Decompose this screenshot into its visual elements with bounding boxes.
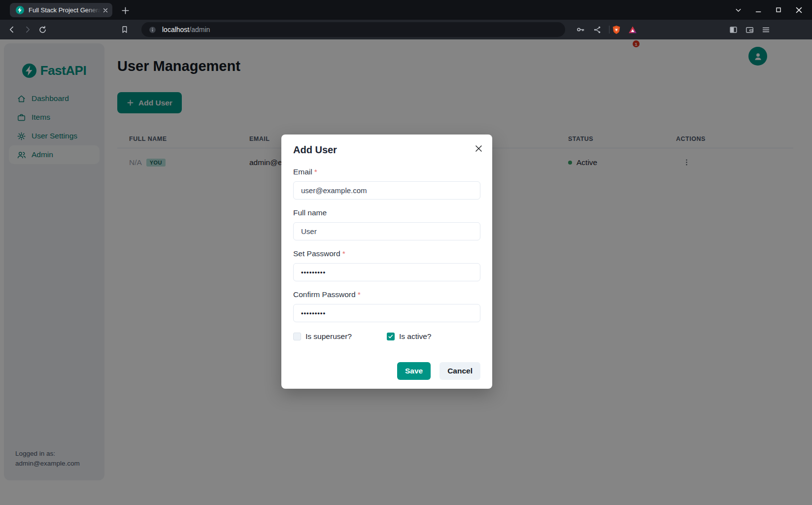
window-close-icon[interactable] [792,3,805,16]
minimize-icon[interactable] [752,3,765,16]
confirm-password-field-group: Confirm Password* [293,290,480,322]
back-icon[interactable] [7,25,17,34]
full-name-label: Full name [293,208,480,217]
close-icon[interactable] [471,141,486,156]
email-field-group: Email* [293,168,480,200]
full-name-field-group: Full name [293,208,480,240]
full-name-field[interactable] [293,222,480,240]
info-icon[interactable] [148,26,157,34]
rewards-triangle-icon[interactable] [628,25,638,34]
email-field[interactable] [293,181,480,200]
browser-tab-bar: Full Stack Project Genera [0,0,812,20]
tab-title: Full Stack Project Genera [29,6,101,14]
required-marker: * [314,168,317,176]
checkbox-checked-icon [387,333,395,340]
toolbar-separator [609,26,609,34]
required-marker: * [342,249,345,258]
checkbox-unchecked-icon [293,333,301,340]
cancel-button[interactable]: Cancel [440,362,480,380]
menu-icon[interactable] [761,25,771,34]
tab-close-icon[interactable] [102,7,108,13]
is-active-checkbox[interactable]: Is active? [387,332,480,341]
set-password-label: Set Password* [293,249,480,258]
reload-icon[interactable] [37,25,47,34]
email-label: Email* [293,168,480,176]
share-icon[interactable] [592,25,602,34]
tab-search-icon[interactable] [732,3,744,16]
confirm-password-label: Confirm Password* [293,290,480,299]
app-page: FastAPI Dashboard Items User Settings Ad… [0,39,812,505]
set-password-field-group: Set Password* [293,249,480,281]
maximize-icon[interactable] [772,3,785,16]
save-button[interactable]: Save [397,362,431,380]
modal-title: Add User [293,144,480,156]
fastapi-favicon-icon [16,6,24,14]
shield-icon[interactable] [611,25,621,34]
browser-toolbar: localhost/admin 1 [0,20,812,39]
confirm-password-field[interactable] [293,304,480,322]
wallet-icon[interactable] [744,25,754,34]
check-icon [388,334,394,339]
sidebar-panel-icon[interactable] [728,25,738,34]
set-password-field[interactable] [293,263,480,281]
required-marker: * [358,290,361,299]
is-superuser-checkbox[interactable]: Is superuser? [293,332,387,341]
url-bar[interactable]: localhost/admin [141,22,565,37]
new-tab-icon[interactable] [119,4,131,16]
key-icon[interactable] [575,25,585,34]
browser-tab[interactable]: Full Stack Project Genera [10,3,112,17]
bookmark-icon[interactable] [120,25,130,34]
url-text: localhost/admin [162,26,210,34]
forward-icon[interactable] [23,25,33,34]
add-user-modal: Add User Email* Full name Set Password* … [281,135,492,389]
